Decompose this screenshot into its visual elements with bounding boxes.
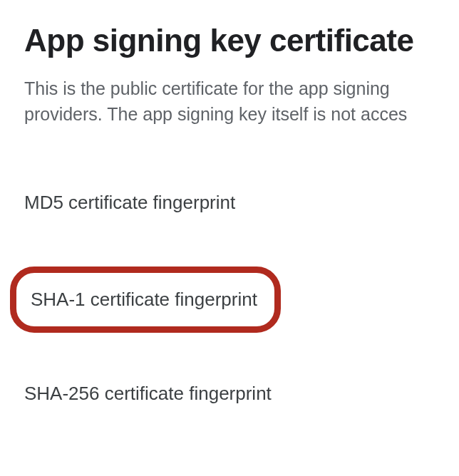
- page-title: App signing key certificate: [24, 23, 459, 58]
- sha1-highlight-annotation: SHA-1 certificate fingerprint: [10, 267, 281, 333]
- description-line-2: providers. The app signing key itself is…: [24, 104, 407, 124]
- certificate-description: This is the public certificate for the a…: [24, 76, 459, 128]
- description-line-1: This is the public certificate for the a…: [24, 78, 390, 98]
- md5-fingerprint-label: MD5 certificate fingerprint: [24, 192, 235, 214]
- sha256-fingerprint-section: SHA-256 certificate fingerprint: [24, 383, 459, 405]
- sha1-fingerprint-section: SHA-1 certificate fingerprint: [24, 272, 459, 333]
- sha1-fingerprint-label: SHA-1 certificate fingerprint: [31, 289, 257, 311]
- md5-fingerprint-section: MD5 certificate fingerprint: [24, 192, 459, 214]
- sha256-fingerprint-label: SHA-256 certificate fingerprint: [24, 383, 272, 405]
